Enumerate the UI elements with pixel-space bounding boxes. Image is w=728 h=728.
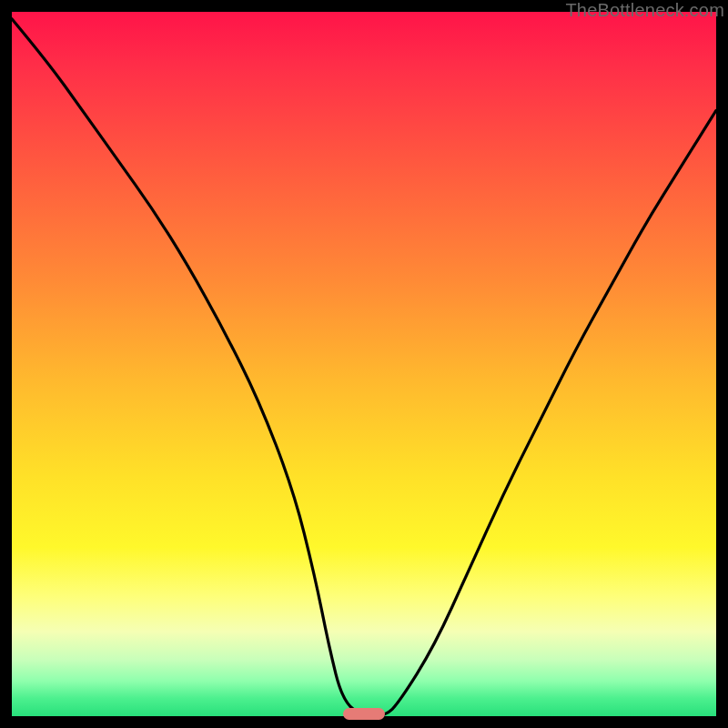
bottleneck-curve	[12, 12, 716, 716]
optimal-range-marker	[343, 708, 385, 720]
plot-area	[12, 12, 716, 716]
chart-frame: TheBottleneck.com	[0, 0, 728, 728]
